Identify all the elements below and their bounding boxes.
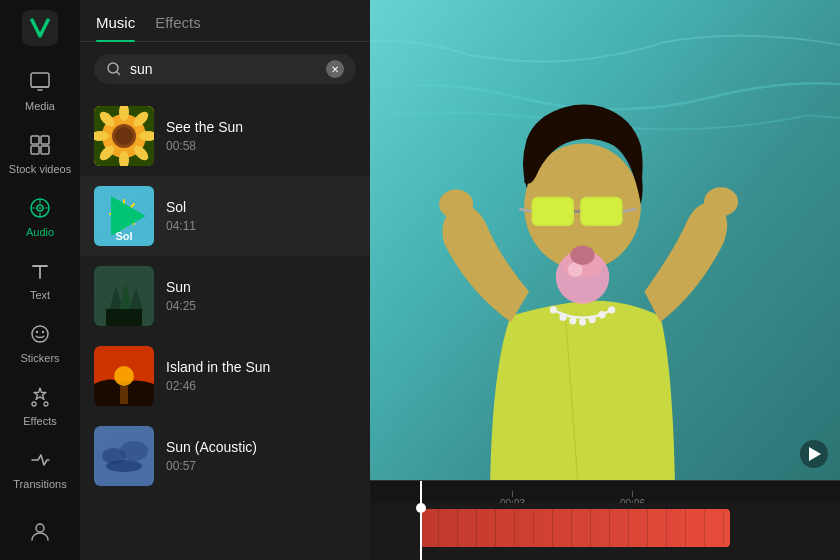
effects-icon	[26, 383, 54, 411]
sidebar-item-label-effects: Effects	[23, 415, 56, 427]
svg-point-73	[569, 317, 576, 324]
list-item[interactable]: Sol Sol 04:11	[80, 176, 370, 256]
tick-mark	[632, 491, 633, 497]
track-duration: 04:11	[166, 219, 356, 233]
tick-mark	[512, 491, 513, 497]
sidebar-item-label-text: Text	[30, 289, 50, 301]
svg-point-49	[114, 366, 134, 386]
preview-play-button[interactable]	[800, 440, 828, 468]
sidebar-item-stock[interactable]: Stock videos	[5, 123, 75, 182]
track-duration: 00:57	[166, 459, 356, 473]
sol-art: Sol	[94, 186, 154, 246]
track-thumbnail	[94, 106, 154, 166]
svg-rect-60	[533, 198, 573, 225]
track-title: Sun	[166, 279, 356, 295]
sidebar-item-account[interactable]	[5, 501, 75, 560]
acoustic-art	[94, 426, 154, 486]
sidebar-item-effects[interactable]: Effects	[5, 375, 75, 434]
sidebar-item-label-audio: Audio	[26, 226, 54, 238]
account-icon	[26, 517, 54, 545]
sidebar-item-media[interactable]: Media	[5, 60, 75, 119]
search-box: ✕	[94, 54, 356, 84]
track-title: Island in the Sun	[166, 359, 356, 375]
track-duration: 00:58	[166, 139, 356, 153]
transitions-icon	[26, 446, 54, 474]
track-info: See the Sun 00:58	[166, 119, 356, 153]
sidebar-item-label-stickers: Stickers	[20, 352, 59, 364]
search-container: ✕	[80, 42, 370, 96]
svg-text:Sol: Sol	[115, 230, 132, 242]
list-item[interactable]: Sun 04:25	[80, 256, 370, 336]
sidebar-item-transitions[interactable]: Transitions	[5, 438, 75, 497]
island-art	[94, 346, 154, 406]
tab-effects[interactable]: Effects	[155, 14, 201, 41]
svg-point-77	[608, 306, 615, 313]
music-list: See the Sun 00:58	[80, 96, 370, 560]
track-thumbnail	[94, 346, 154, 406]
timeline: 00:03 00:06	[370, 480, 840, 560]
tab-music[interactable]: Music	[96, 14, 135, 41]
svg-point-12	[32, 402, 36, 406]
svg-point-10	[36, 330, 38, 332]
svg-point-30	[117, 207, 131, 221]
panel-tab-bar: Music Effects	[80, 0, 370, 42]
list-item[interactable]: Sun (Acoustic) 00:57	[80, 416, 370, 496]
svg-rect-4	[31, 146, 39, 154]
timeline-playhead[interactable]	[420, 481, 422, 560]
svg-point-75	[589, 316, 596, 323]
svg-rect-5	[41, 146, 49, 154]
svg-point-8	[39, 207, 41, 209]
track-info: Sun 04:25	[166, 279, 356, 313]
list-item[interactable]: See the Sun 00:58	[80, 96, 370, 176]
timeline-ruler: 00:03 00:06	[370, 481, 840, 503]
audio-icon	[26, 194, 54, 222]
track-info: Sun (Acoustic) 00:57	[166, 439, 356, 473]
svg-point-76	[598, 311, 605, 318]
track-pattern	[420, 509, 730, 547]
svg-point-70	[704, 187, 738, 216]
video-preview	[370, 0, 840, 480]
list-item[interactable]: Island in the Sun 02:46	[80, 336, 370, 416]
track-title: Sun (Acoustic)	[166, 439, 356, 455]
svg-point-54	[120, 441, 148, 461]
search-icon	[106, 61, 122, 77]
timeline-video-track[interactable]	[420, 509, 730, 547]
stickers-icon	[26, 320, 54, 348]
track-title: See the Sun	[166, 119, 356, 135]
sun-art	[94, 266, 154, 326]
right-area: 00:03 00:06	[370, 0, 840, 560]
track-thumbnail	[94, 266, 154, 326]
music-panel: Music Effects ✕	[80, 0, 370, 560]
track-thumbnail: Sol	[94, 186, 154, 246]
sidebar-item-label-stock: Stock videos	[9, 163, 71, 175]
svg-rect-3	[41, 136, 49, 144]
svg-point-55	[106, 460, 142, 472]
sidebar-item-audio[interactable]: Audio	[5, 186, 75, 245]
svg-point-27	[115, 127, 133, 145]
search-input[interactable]	[130, 61, 318, 77]
timeline-track-area	[370, 503, 840, 560]
svg-point-69	[439, 190, 473, 219]
sidebar-item-label-media: Media	[25, 100, 55, 112]
svg-rect-45	[106, 309, 142, 326]
svg-point-13	[44, 402, 48, 406]
track-info: Sol 04:11	[166, 199, 356, 233]
preview-frame	[370, 0, 840, 480]
stock-icon	[26, 131, 54, 159]
sunflower-art	[94, 106, 154, 166]
svg-point-71	[550, 306, 557, 313]
svg-point-68	[570, 245, 594, 264]
sidebar: Media Stock videos Audio	[0, 0, 80, 560]
sidebar-item-stickers[interactable]: Stickers	[5, 312, 75, 371]
play-icon	[809, 447, 821, 461]
sidebar-item-label-transitions: Transitions	[13, 478, 66, 490]
svg-rect-2	[31, 136, 39, 144]
svg-point-9	[32, 326, 48, 342]
clear-search-button[interactable]: ✕	[326, 60, 344, 78]
media-icon	[26, 68, 54, 96]
playhead-handle	[416, 503, 426, 513]
sidebar-item-text[interactable]: Text	[5, 249, 75, 308]
app-logo	[22, 10, 58, 46]
text-icon	[26, 257, 54, 285]
svg-rect-50	[120, 386, 128, 404]
